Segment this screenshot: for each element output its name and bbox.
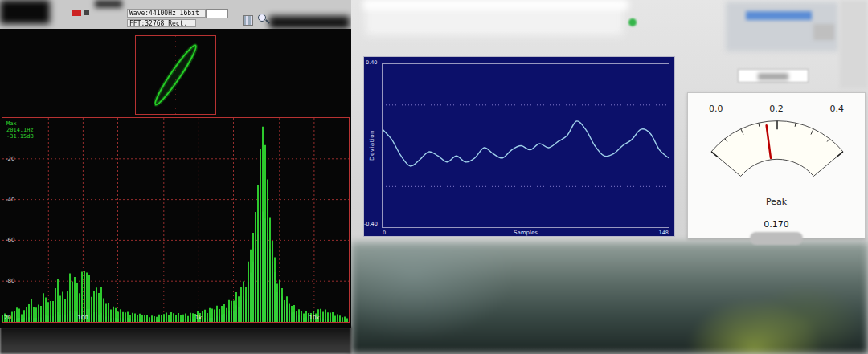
spectrum-x-tick: 10k	[309, 315, 320, 321]
blurred-blue-titlebar	[746, 11, 812, 20]
fft-settings-field[interactable]: FFT:32768 Rect.	[127, 19, 196, 27]
spectrum-x-tick: 20	[4, 315, 11, 321]
phase-scope	[135, 35, 216, 115]
wavespectra-toolbar: Wave:44100Hz 16bit FFT:32768 Rect.	[0, 0, 351, 29]
spectrum-x-tick: 1k	[195, 315, 203, 321]
max-readout-title: Max	[6, 120, 34, 127]
blurred-title-blob	[269, 16, 350, 29]
deviation-y-max-tick: 0.40	[366, 59, 377, 66]
deviation-y-min-tick: -0.40	[364, 221, 378, 227]
desktop: Wave:44100Hz 16bit FFT:32768 Rect. Max 2…	[0, 0, 868, 354]
spectrum-plot	[2, 118, 349, 322]
stop-icon[interactable]	[84, 10, 89, 15]
status-green-dot	[628, 18, 637, 26]
spectrum-y-tick: -40	[6, 197, 14, 203]
settings-grid-icon[interactable]	[243, 15, 253, 26]
zoom-icon[interactable]	[258, 14, 266, 22]
blurred-menu-blob	[0, 0, 50, 24]
toolbar-checkbox[interactable]	[206, 9, 228, 18]
spectrum-y-tick: -20	[6, 157, 14, 162]
blurred-readout-text	[758, 73, 788, 80]
gauge-dial-svg	[693, 113, 862, 184]
wave-format-field[interactable]: Wave:44100Hz 16bit	[127, 9, 206, 18]
deviation-plot	[382, 63, 669, 228]
deviation-x-min-tick: 0	[383, 230, 386, 236]
spectrum-y-tick: -60	[6, 238, 14, 243]
analyzer-window: Max 2014.1Hz -31.15dB -20-40-60-80201001…	[0, 29, 351, 328]
blurred-titlebar-top	[363, 0, 628, 10]
max-readout-level: -31.15dB	[6, 133, 34, 140]
max-readout: Max 2014.1Hz -31.15dB	[6, 120, 34, 140]
blurred-readout-field	[738, 69, 809, 83]
deviation-chart-window: Deviation 0.40 -0.40 0 Samples 148	[363, 56, 675, 237]
deviation-y-axis-label: Deviation	[369, 130, 375, 161]
spectrum-y-tick: -80	[6, 279, 14, 284]
wallpaper	[351, 242, 868, 354]
spectrum-panel: Max 2014.1Hz -31.15dB -20-40-60-80201001…	[2, 117, 350, 323]
gauge-button[interactable]	[750, 232, 803, 245]
max-readout-frequency: 2014.1Hz	[6, 127, 34, 133]
peak-meter-window: 0.0 0.2 0.4 Peak 0.170	[687, 92, 866, 238]
deviation-x-axis-label: Samples	[514, 230, 538, 236]
blurred-menu-blob	[95, 0, 122, 8]
gauge-value-readout: 0.170	[688, 219, 865, 230]
blurred-right-strip	[840, 0, 868, 88]
deviation-x-max-tick: 148	[659, 230, 669, 236]
gauge-peak-label: Peak	[688, 197, 865, 207]
record-icon[interactable]	[72, 10, 81, 16]
blurred-button	[813, 24, 834, 40]
blurred-dark-strip-bottom-left	[0, 327, 351, 354]
lissajous-figure	[136, 36, 215, 114]
spectrum-x-tick: 100	[77, 315, 88, 321]
